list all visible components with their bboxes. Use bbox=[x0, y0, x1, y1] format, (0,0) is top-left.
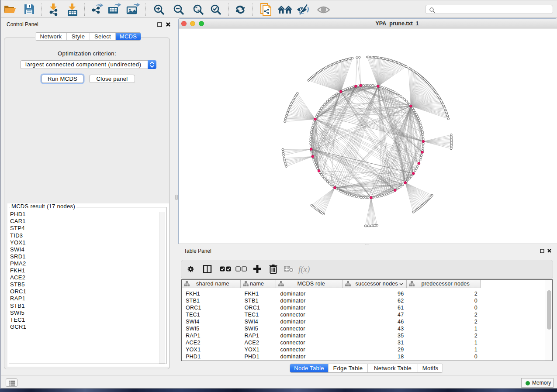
svg-text:f(x): f(x) bbox=[298, 265, 310, 274]
